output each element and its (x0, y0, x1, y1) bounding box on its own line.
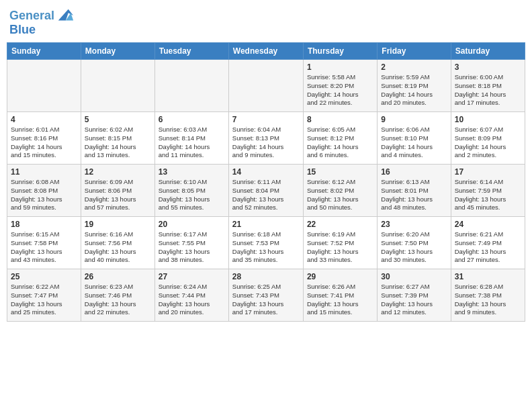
calendar-body: 1Sunrise: 5:58 AM Sunset: 8:20 PM Daylig… (7, 60, 525, 322)
calendar-week-5: 25Sunrise: 6:22 AM Sunset: 7:47 PM Dayli… (7, 269, 525, 322)
calendar-cell: 25Sunrise: 6:22 AM Sunset: 7:47 PM Dayli… (7, 269, 81, 322)
calendar-cell: 2Sunrise: 5:59 AM Sunset: 8:19 PM Daylig… (378, 60, 451, 112)
calendar-cell: 22Sunrise: 6:19 AM Sunset: 7:52 PM Dayli… (303, 217, 377, 269)
day-number: 18 (11, 220, 77, 229)
calendar-cell: 31Sunrise: 6:28 AM Sunset: 7:38 PM Dayli… (451, 269, 525, 322)
day-number: 3 (455, 62, 521, 72)
calendar-cell: 26Sunrise: 6:23 AM Sunset: 7:46 PM Dayli… (81, 269, 154, 322)
calendar-header-row: SundayMondayTuesdayWednesdayThursdayFrid… (7, 43, 525, 60)
day-number: 29 (307, 272, 373, 281)
day-info: Sunrise: 6:09 AM Sunset: 8:06 PM Dayligh… (85, 178, 151, 212)
calendar-cell: 1Sunrise: 5:58 AM Sunset: 8:20 PM Daylig… (303, 60, 377, 112)
calendar-cell: 24Sunrise: 6:21 AM Sunset: 7:49 PM Dayli… (451, 217, 525, 269)
day-number: 15 (307, 167, 373, 177)
day-info: Sunrise: 6:00 AM Sunset: 8:18 PM Dayligh… (455, 73, 521, 107)
calendar-cell: 8Sunrise: 6:05 AM Sunset: 8:12 PM Daylig… (303, 112, 377, 165)
day-number: 10 (455, 115, 521, 124)
day-number: 13 (159, 167, 225, 177)
day-header-thursday: Thursday (303, 43, 377, 60)
calendar-cell: 30Sunrise: 6:27 AM Sunset: 7:39 PM Dayli… (378, 269, 451, 322)
day-info: Sunrise: 6:10 AM Sunset: 8:05 PM Dayligh… (159, 178, 225, 212)
day-number: 14 (232, 167, 300, 177)
calendar-cell: 11Sunrise: 6:08 AM Sunset: 8:08 PM Dayli… (7, 165, 81, 217)
day-info: Sunrise: 5:59 AM Sunset: 8:19 PM Dayligh… (381, 73, 447, 107)
day-info: Sunrise: 6:02 AM Sunset: 8:15 PM Dayligh… (85, 126, 151, 160)
calendar-week-1: 1Sunrise: 5:58 AM Sunset: 8:20 PM Daylig… (7, 60, 525, 112)
calendar-cell: 14Sunrise: 6:11 AM Sunset: 8:04 PM Dayli… (228, 165, 303, 217)
day-info: Sunrise: 6:26 AM Sunset: 7:41 PM Dayligh… (307, 283, 373, 317)
day-number: 27 (159, 272, 225, 281)
day-header-friday: Friday (378, 43, 451, 60)
day-header-saturday: Saturday (451, 43, 525, 60)
day-number: 16 (381, 167, 447, 177)
calendar-cell: 10Sunrise: 6:07 AM Sunset: 8:09 PM Dayli… (451, 112, 525, 165)
day-number: 12 (85, 167, 151, 177)
day-number: 22 (307, 220, 373, 229)
day-number: 6 (159, 115, 225, 124)
day-info: Sunrise: 6:11 AM Sunset: 8:04 PM Dayligh… (232, 178, 300, 212)
calendar-cell: 20Sunrise: 6:17 AM Sunset: 7:55 PM Dayli… (154, 217, 228, 269)
calendar-cell: 23Sunrise: 6:20 AM Sunset: 7:50 PM Dayli… (378, 217, 451, 269)
page-header: General Blue (7, 7, 525, 37)
day-info: Sunrise: 6:14 AM Sunset: 7:59 PM Dayligh… (455, 178, 521, 212)
day-info: Sunrise: 5:58 AM Sunset: 8:20 PM Dayligh… (307, 73, 373, 107)
day-number: 8 (307, 115, 373, 124)
day-info: Sunrise: 6:24 AM Sunset: 7:44 PM Dayligh… (159, 283, 225, 317)
calendar-table: SundayMondayTuesdayWednesdayThursdayFrid… (7, 42, 525, 322)
day-info: Sunrise: 6:08 AM Sunset: 8:08 PM Dayligh… (11, 178, 77, 212)
calendar-cell: 16Sunrise: 6:13 AM Sunset: 8:01 PM Dayli… (378, 165, 451, 217)
day-info: Sunrise: 6:23 AM Sunset: 7:46 PM Dayligh… (85, 283, 151, 317)
day-info: Sunrise: 6:05 AM Sunset: 8:12 PM Dayligh… (307, 126, 373, 160)
logo: General Blue (9, 7, 75, 37)
day-info: Sunrise: 6:19 AM Sunset: 7:52 PM Dayligh… (307, 230, 373, 265)
day-header-wednesday: Wednesday (228, 43, 303, 60)
day-info: Sunrise: 6:25 AM Sunset: 7:43 PM Dayligh… (232, 283, 300, 317)
day-number: 17 (455, 167, 521, 177)
logo-icon (56, 7, 75, 26)
day-number: 25 (11, 272, 77, 281)
day-info: Sunrise: 6:22 AM Sunset: 7:47 PM Dayligh… (11, 283, 77, 317)
calendar-week-2: 4Sunrise: 6:01 AM Sunset: 8:16 PM Daylig… (7, 112, 525, 165)
logo-text: General (9, 9, 54, 23)
day-number: 9 (381, 115, 447, 124)
calendar-cell: 28Sunrise: 6:25 AM Sunset: 7:43 PM Dayli… (228, 269, 303, 322)
day-number: 19 (85, 220, 151, 229)
day-number: 28 (232, 272, 300, 281)
calendar-cell: 15Sunrise: 6:12 AM Sunset: 8:02 PM Dayli… (303, 165, 377, 217)
day-header-sunday: Sunday (7, 43, 81, 60)
day-info: Sunrise: 6:21 AM Sunset: 7:49 PM Dayligh… (455, 230, 521, 265)
calendar-cell: 29Sunrise: 6:26 AM Sunset: 7:41 PM Dayli… (303, 269, 377, 322)
day-number: 7 (232, 115, 300, 124)
day-info: Sunrise: 6:16 AM Sunset: 7:56 PM Dayligh… (85, 230, 151, 265)
day-number: 23 (381, 220, 447, 229)
calendar-cell: 4Sunrise: 6:01 AM Sunset: 8:16 PM Daylig… (7, 112, 81, 165)
day-number: 26 (85, 272, 151, 281)
day-number: 5 (85, 115, 151, 124)
day-number: 30 (381, 272, 447, 281)
day-header-tuesday: Tuesday (154, 43, 228, 60)
calendar-cell: 19Sunrise: 6:16 AM Sunset: 7:56 PM Dayli… (81, 217, 154, 269)
day-info: Sunrise: 6:04 AM Sunset: 8:13 PM Dayligh… (232, 126, 300, 160)
day-number: 24 (455, 220, 521, 229)
day-number: 21 (232, 220, 300, 229)
calendar-week-4: 18Sunrise: 6:15 AM Sunset: 7:58 PM Dayli… (7, 217, 525, 269)
day-info: Sunrise: 6:07 AM Sunset: 8:09 PM Dayligh… (455, 126, 521, 160)
calendar-cell (154, 60, 228, 112)
day-number: 11 (11, 167, 77, 177)
day-number: 1 (307, 62, 373, 72)
day-number: 31 (455, 272, 521, 281)
day-header-monday: Monday (81, 43, 154, 60)
calendar-cell: 3Sunrise: 6:00 AM Sunset: 8:18 PM Daylig… (451, 60, 525, 112)
day-info: Sunrise: 6:18 AM Sunset: 7:53 PM Dayligh… (232, 230, 300, 265)
calendar-cell: 12Sunrise: 6:09 AM Sunset: 8:06 PM Dayli… (81, 165, 154, 217)
day-info: Sunrise: 6:27 AM Sunset: 7:39 PM Dayligh… (381, 283, 447, 317)
calendar-cell (228, 60, 303, 112)
day-info: Sunrise: 6:06 AM Sunset: 8:10 PM Dayligh… (381, 126, 447, 160)
day-number: 20 (159, 220, 225, 229)
calendar-cell: 17Sunrise: 6:14 AM Sunset: 7:59 PM Dayli… (451, 165, 525, 217)
day-info: Sunrise: 6:12 AM Sunset: 8:02 PM Dayligh… (307, 178, 373, 212)
calendar-cell: 9Sunrise: 6:06 AM Sunset: 8:10 PM Daylig… (378, 112, 451, 165)
calendar-cell: 6Sunrise: 6:03 AM Sunset: 8:14 PM Daylig… (154, 112, 228, 165)
day-info: Sunrise: 6:03 AM Sunset: 8:14 PM Dayligh… (159, 126, 225, 160)
day-info: Sunrise: 6:17 AM Sunset: 7:55 PM Dayligh… (159, 230, 225, 265)
